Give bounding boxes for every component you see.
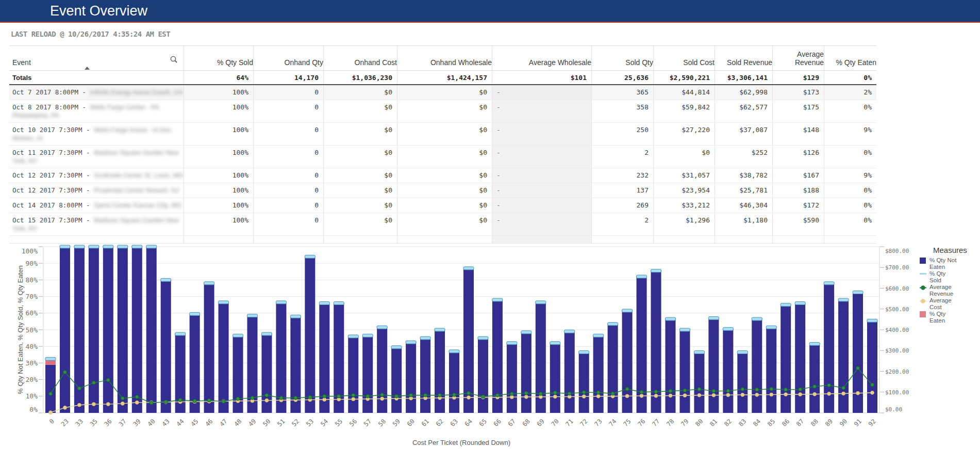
marker-pct-sold[interactable] <box>406 341 416 344</box>
marker-pct-sold[interactable] <box>261 332 272 335</box>
table-row[interactable]: Oct 15 2017 7:30PM - Madison Square Gard… <box>9 213 876 236</box>
marker-pct-sold[interactable] <box>795 301 805 304</box>
dot-average-revenue[interactable] <box>222 399 225 403</box>
dot-average-revenue[interactable] <box>669 389 672 393</box>
bar-pct-not-eaten[interactable] <box>708 318 719 413</box>
search-icon[interactable] <box>170 56 178 63</box>
dot-average-revenue[interactable] <box>467 391 471 395</box>
cell[interactable]: 0 <box>254 168 324 183</box>
cell[interactable]: 0% <box>824 183 876 198</box>
column-header-event[interactable]: Event <box>9 46 184 70</box>
dot-average-revenue[interactable] <box>265 393 269 397</box>
dot-average-cost[interactable] <box>813 392 817 396</box>
marker-pct-sold[interactable] <box>334 301 344 304</box>
marker-pct-sold[interactable] <box>74 245 85 248</box>
cell[interactable]: $33,212 <box>654 198 715 213</box>
marker-pct-sold[interactable] <box>853 291 863 294</box>
marker-pct-sold[interactable] <box>435 328 445 331</box>
cell[interactable]: $62,577 <box>715 100 773 122</box>
dot-average-revenue[interactable] <box>121 396 124 400</box>
cell[interactable]: 269 <box>592 198 654 213</box>
cell[interactable]: - <box>492 168 592 183</box>
dot-average-revenue[interactable] <box>49 392 53 396</box>
marker-pct-sold[interactable] <box>348 335 358 338</box>
cell[interactable]: $0 <box>397 168 492 183</box>
dot-average-revenue[interactable] <box>366 394 370 398</box>
dot-average-revenue[interactable] <box>178 398 182 402</box>
bar-pct-not-eaten[interactable] <box>146 247 157 413</box>
bar-pct-not-eaten[interactable] <box>406 342 416 413</box>
cell[interactable]: - <box>492 100 592 122</box>
dot-average-revenue[interactable] <box>799 388 802 391</box>
marker-pct-sold[interactable] <box>694 350 704 354</box>
column-header--qty-eaten[interactable]: % Qty Eaten <box>824 46 876 70</box>
dot-average-revenue[interactable] <box>611 392 614 395</box>
dot-average-revenue[interactable] <box>481 395 485 398</box>
column-header--qty-sold[interactable]: % Qty Sold <box>184 46 254 70</box>
event-cell[interactable]: Oct 7 2017 8:00PM - Infinite Energy Aren… <box>9 85 184 100</box>
bar-pct-not-eaten[interactable] <box>666 319 676 413</box>
dot-average-revenue[interactable] <box>582 391 586 394</box>
cell[interactable]: 100% <box>184 100 254 122</box>
bar-pct-not-eaten[interactable] <box>132 247 142 413</box>
bar-pct-not-eaten[interactable] <box>435 330 445 413</box>
marker-pct-sold[interactable] <box>809 342 820 345</box>
bar-pct-not-eaten[interactable] <box>60 247 70 413</box>
cell[interactable]: - <box>492 213 592 235</box>
cell[interactable]: 250 <box>592 123 654 145</box>
cell[interactable]: $25,781 <box>715 183 773 198</box>
dot-average-revenue[interactable] <box>92 381 95 384</box>
cell[interactable]: $0 <box>324 198 397 213</box>
bar-pct-not-eaten[interactable] <box>362 335 373 413</box>
table-row[interactable]: Oct 12 2017 7:30PM - Scottrade Center St… <box>9 168 876 183</box>
marker-pct-sold[interactable] <box>377 326 387 329</box>
cell[interactable]: 2 <box>592 213 654 235</box>
marker-pct-sold[interactable] <box>492 298 503 301</box>
marker-pct-sold[interactable] <box>637 275 647 278</box>
cell[interactable]: $0 <box>397 123 492 145</box>
column-header-sold-qty[interactable]: Sold Qty <box>592 46 654 70</box>
cell[interactable]: $38,782 <box>715 168 773 183</box>
dot-average-revenue[interactable] <box>236 397 240 400</box>
cell[interactable]: 100% <box>184 168 254 183</box>
marker-pct-sold[interactable] <box>420 336 430 340</box>
table-row[interactable]: Oct 14 2017 8:00PM - Sprint Center Kansa… <box>9 198 876 213</box>
bar-pct-not-eaten[interactable] <box>593 335 604 413</box>
dot-average-revenue[interactable] <box>510 392 513 396</box>
cell[interactable]: 0 <box>254 213 324 235</box>
marker-pct-sold[interactable] <box>824 282 834 285</box>
bar-pct-not-eaten[interactable] <box>795 303 805 413</box>
cell[interactable]: 2 <box>592 146 654 168</box>
dot-average-cost[interactable] <box>78 403 81 407</box>
marker-pct-sold[interactable] <box>60 245 70 248</box>
marker-pct-sold[interactable] <box>319 301 329 304</box>
cell[interactable]: 365 <box>592 85 654 100</box>
cell[interactable]: 100% <box>184 123 254 145</box>
marker-pct-sold[interactable] <box>507 342 517 345</box>
bar-pct-not-eaten[interactable] <box>579 352 589 413</box>
dot-average-cost[interactable] <box>640 394 643 398</box>
cell[interactable]: 0 <box>254 100 324 122</box>
cell[interactable]: $0 <box>654 146 715 168</box>
dot-average-revenue[interactable] <box>712 389 716 393</box>
dot-average-revenue[interactable] <box>453 393 456 397</box>
bar-pct-not-eaten[interactable] <box>449 351 459 413</box>
dot-average-cost[interactable] <box>582 395 586 398</box>
event-cell[interactable]: Oct 12 2017 7:30PM - Scottrade Center St… <box>9 168 184 183</box>
dot-average-revenue[interactable] <box>164 400 168 404</box>
cell[interactable]: 100% <box>184 183 254 198</box>
column-header-sold-revenue[interactable]: Sold Revenue <box>715 46 773 70</box>
marker-pct-sold[interactable] <box>463 267 474 270</box>
marker-pct-sold[interactable] <box>766 326 776 329</box>
dot-average-cost[interactable] <box>842 392 845 395</box>
cell[interactable]: 0 <box>254 198 324 213</box>
dot-average-revenue[interactable] <box>741 388 744 391</box>
column-header-onhand-wholesale[interactable]: Onhand Wholesale <box>397 46 492 70</box>
bar-pct-not-eaten[interactable] <box>219 302 229 413</box>
dot-average-revenue[interactable] <box>308 395 312 399</box>
bar-pct-not-eaten[interactable] <box>766 327 776 413</box>
cell[interactable]: - <box>492 123 592 145</box>
marker-pct-sold[interactable] <box>752 317 762 320</box>
cell[interactable]: 9% <box>824 168 876 183</box>
marker-pct-sold[interactable] <box>723 327 733 330</box>
